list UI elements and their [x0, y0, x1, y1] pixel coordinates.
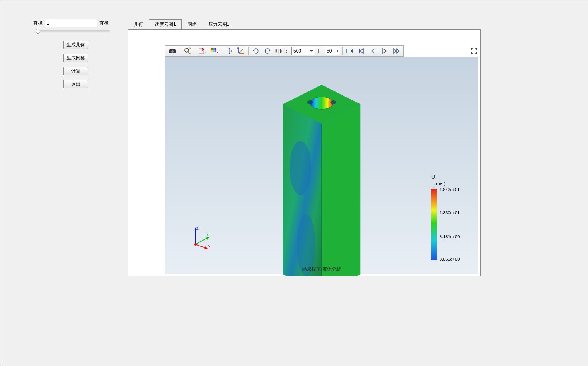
model-label: 结果模型:流体分析	[302, 266, 341, 273]
svg-point-2	[171, 50, 174, 53]
diameter-row: 直径 直径	[33, 19, 118, 27]
prev-frame-icon[interactable]	[368, 46, 378, 56]
svg-line-37	[196, 237, 208, 244]
action-buttons: 生成几何 生成网格 计算 退出	[33, 41, 118, 88]
tab-pressure-cloud[interactable]: 压力云图1	[203, 19, 235, 30]
tab-bar: 几何 速度云图1 网络 压力云图1	[128, 19, 481, 29]
svg-point-27	[307, 100, 313, 104]
viewport-3d[interactable]: Z Y X U （m/s） 1.842e+01	[165, 57, 478, 274]
angle-icon	[317, 48, 323, 54]
tab-velocity-cloud[interactable]: 速度云图1	[149, 19, 182, 30]
zoom-icon[interactable]	[182, 46, 193, 56]
coordinate-axes: Z Y X	[191, 226, 214, 249]
colorbar: U （m/s） 1.842e+01 1.330e+01 8.181e+00 3.…	[431, 175, 467, 260]
svg-text:Y: Y	[206, 233, 209, 237]
svg-text:X: X	[208, 244, 210, 248]
svg-rect-10	[211, 50, 213, 52]
rotate-cw-icon[interactable]	[262, 46, 273, 56]
svg-text:x: x	[243, 53, 244, 54]
svg-text:y: y	[242, 48, 243, 50]
record-icon[interactable]	[344, 46, 355, 56]
diameter-input[interactable]	[45, 19, 97, 27]
viewport-toolbar: ▾ ▾ zxy 时间： 50	[165, 45, 404, 57]
svg-marker-38	[206, 237, 210, 240]
generate-geometry-button[interactable]: 生成几何	[63, 41, 88, 49]
play-icon[interactable]	[379, 46, 390, 56]
compute-button[interactable]: 计算	[63, 67, 88, 75]
svg-text:Z: Z	[196, 227, 199, 230]
viewport-frame: ▾ ▾ zxy 时间： 50	[128, 29, 481, 276]
time-label: 时间：	[275, 48, 289, 54]
svg-rect-1	[171, 49, 174, 50]
camera-icon[interactable]	[167, 46, 178, 56]
diameter-slider[interactable]	[36, 30, 110, 33]
svg-rect-12	[215, 50, 216, 52]
fullscreen-icon[interactable]	[469, 46, 479, 56]
sidebar: 直径 直径 生成几何 生成网格 计算 退出	[33, 19, 118, 88]
svg-point-43	[194, 243, 197, 246]
time-combo[interactable]: 500	[291, 47, 315, 55]
exit-button[interactable]: 退出	[63, 80, 88, 88]
svg-point-28	[330, 100, 336, 104]
svg-line-18	[239, 50, 242, 53]
svg-rect-9	[215, 48, 216, 50]
colorbar-tick-1: 1.330e+01	[440, 210, 460, 215]
rotate-ccw-icon[interactable]	[251, 46, 261, 56]
step-spin[interactable]: 50	[325, 47, 340, 55]
app-window: 直径 直径 生成几何 生成网格 计算 退出 几何 速度云图1 网络 压力云图1	[0, 0, 588, 366]
svg-text:z: z	[237, 47, 239, 49]
svg-rect-11	[213, 50, 215, 52]
svg-point-31	[290, 141, 311, 195]
first-frame-icon[interactable]	[356, 46, 367, 56]
colorbar-gradient	[431, 189, 437, 260]
main-area: 几何 速度云图1 网络 压力云图1 ▾ ▾	[128, 19, 481, 276]
svg-rect-7	[211, 48, 213, 50]
color-cube-icon[interactable]: ▾	[209, 46, 220, 56]
select-icon[interactable]: ▾	[197, 46, 208, 56]
generate-mesh-button[interactable]: 生成网格	[63, 54, 88, 62]
svg-line-4	[188, 52, 190, 54]
next-frame-icon[interactable]	[391, 46, 402, 56]
svg-rect-22	[346, 49, 351, 53]
tab-geometry[interactable]: 几何	[128, 19, 149, 30]
colorbar-unit: （m/s）	[431, 181, 467, 187]
tab-mesh[interactable]: 网络	[182, 19, 203, 30]
svg-rect-8	[213, 48, 215, 50]
axes-icon[interactable]: zxy	[235, 46, 246, 56]
svg-text:▾: ▾	[217, 51, 218, 53]
model-prism	[279, 83, 364, 276]
svg-marker-29	[322, 104, 360, 276]
colorbar-tick-0: 1.842e+01	[440, 187, 460, 192]
diameter-label-left: 直径	[33, 20, 43, 27]
colorbar-title: U	[431, 175, 467, 180]
svg-marker-41	[204, 246, 208, 249]
colorbar-tick-3: 3.060e+00	[440, 257, 460, 261]
colorbar-ticks: 1.842e+01 1.330e+01 8.181e+00 3.060e+00	[440, 189, 467, 260]
svg-point-3	[185, 48, 189, 52]
colorbar-tick-2: 8.181e+00	[440, 234, 460, 239]
diameter-label-right: 直径	[99, 20, 109, 27]
svg-text:▾: ▾	[205, 51, 206, 53]
slider-thumb[interactable]	[36, 29, 40, 34]
move-icon[interactable]	[224, 46, 235, 56]
